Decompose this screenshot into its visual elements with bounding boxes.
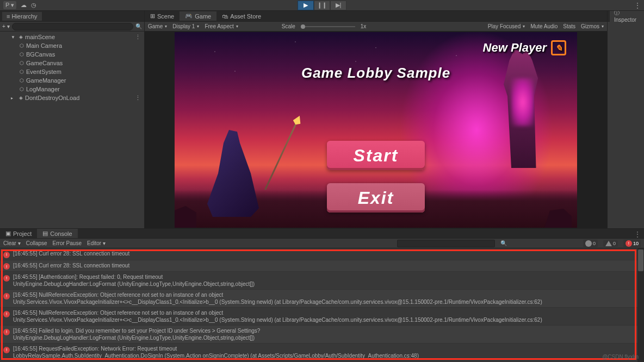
new-player-label: New Player ✎	[483, 40, 566, 55]
console-entry[interactable]: ![16:45:55] NullReferenceException: Obje…	[0, 308, 644, 326]
cube-icon: ⬡	[18, 68, 25, 75]
start-button[interactable]: Start	[327, 141, 425, 170]
edit-icon[interactable]: ✎	[551, 40, 566, 55]
info-filter[interactable]: 0	[583, 240, 598, 247]
cube-icon: ⬡	[18, 60, 25, 66]
editor-dropdown[interactable]: Editor ▾	[87, 240, 106, 246]
hierarchy-create[interactable]: + ▾	[2, 23, 10, 29]
step-button[interactable]: ▶|	[330, 1, 346, 10]
mute-audio-toggle[interactable]: Mute Audio	[530, 23, 558, 29]
gameobject-gamemanager[interactable]: ⬡GameManager	[0, 76, 144, 85]
tab-console[interactable]: ▤Console	[37, 229, 77, 238]
collapse-toggle[interactable]: Collapse	[26, 240, 47, 246]
console-toolbar: Clear ▾ Collapse Error Pause Editor ▾ 🔍 …	[0, 239, 644, 248]
display-dropdown[interactable]: Display 1	[172, 23, 199, 29]
hierarchy-panel: ≡ Hierarchy ⋮ + ▾ 🔍 ▼◈mainScene⋮ ⬡Main C…	[0, 11, 145, 228]
cloud-icon[interactable]: ☁	[21, 2, 27, 9]
console-body: ![16:45:55] Curl error 28: SSL connectio…	[0, 248, 644, 362]
error-icon: !	[3, 311, 10, 317]
bottom-panel: ▣Project ▤Console ⋮ Clear ▾ Collapse Err…	[0, 228, 644, 362]
search-icon: 🔍	[500, 240, 507, 246]
gameobject-logmanager[interactable]: ⬡LogManager	[0, 85, 144, 93]
console-entry[interactable]: ![16:45:55] [Authentication]: Request fa…	[0, 272, 644, 290]
error-icon: !	[3, 263, 10, 270]
console-icon: ▤	[42, 230, 48, 237]
aspect-dropdown[interactable]: Free Aspect	[205, 23, 238, 29]
history-icon[interactable]: ◷	[31, 2, 36, 9]
account-menu[interactable]: P ▾	[3, 1, 16, 9]
scrollbar[interactable]	[637, 248, 644, 362]
scene-menu-icon[interactable]: ⋮	[135, 34, 141, 41]
watermark: @CSDN flyxlm	[602, 354, 639, 360]
error-pause-toggle[interactable]: Error Pause	[53, 240, 82, 246]
stats-toggle[interactable]: Stats	[563, 23, 575, 29]
scale-label: Scale	[282, 23, 295, 29]
error-icon: !	[3, 252, 10, 258]
game-icon: 🎮	[185, 13, 193, 20]
warn-filter[interactable]: 0	[603, 240, 618, 247]
scale-value: 1x	[361, 23, 367, 29]
game-mode-dropdown[interactable]: Game	[148, 23, 167, 29]
tower	[496, 48, 550, 190]
character	[202, 108, 278, 217]
unity-icon: ◈	[17, 34, 24, 40]
game-canvas: Game Lobby Sample New Player ✎ Start Exi…	[175, 32, 577, 228]
folder-icon: ▣	[5, 230, 11, 237]
cube-icon: ⬡	[18, 86, 25, 92]
search-icon: 🔍	[135, 23, 142, 29]
console-entry[interactable]: ![16:45:55] Curl error 28: SSL connectio…	[0, 248, 644, 260]
cube-icon: ⬡	[18, 51, 25, 58]
tab-game[interactable]: 🎮Game	[179, 11, 216, 21]
play-focused-dropdown[interactable]: Play Focused	[488, 23, 525, 29]
scale-slider[interactable]	[301, 26, 355, 27]
tab-scene[interactable]: ⊞Scene	[145, 11, 179, 21]
game-view: Game Lobby Sample New Player ✎ Start Exi…	[145, 32, 607, 228]
play-controls: ▶ ❙❙ ▶|	[298, 1, 346, 10]
console-entry[interactable]: ![16:45:55] Failed to login. Did you rem…	[0, 326, 644, 344]
error-icon: !	[626, 240, 632, 247]
gameobject-gamecanvas[interactable]: ⬡GameCanvas	[0, 59, 144, 67]
cube-icon: ⬡	[18, 77, 25, 84]
info-icon	[585, 240, 592, 247]
hierarchy-tab[interactable]: ≡ Hierarchy	[2, 12, 42, 21]
gameobject-main-camera[interactable]: ⬡Main Camera	[0, 41, 144, 50]
error-icon: !	[3, 329, 10, 335]
main-toolbar: P ▾ ☁ ◷ ▶ ❙❙ ▶|	[0, 0, 644, 11]
error-icon: !	[3, 293, 10, 299]
console-search[interactable]	[397, 240, 495, 247]
play-button[interactable]: ▶	[298, 1, 314, 10]
error-icon: !	[3, 275, 10, 282]
pause-button[interactable]: ❙❙	[314, 1, 330, 10]
unity-icon: ◈	[17, 95, 24, 101]
store-icon: 🛍	[222, 13, 228, 20]
scene-menu-icon[interactable]: ⋮	[135, 95, 141, 102]
console-entry[interactable]: ![16:45:55] Curl error 28: SSL connectio…	[0, 260, 644, 272]
gizmos-dropdown[interactable]: Gizmos	[581, 23, 604, 29]
center-menu-icon[interactable]: ⋮	[634, 2, 641, 9]
scene-dontdestroy[interactable]: ▸◈DontDestroyOnLoad⋮	[0, 93, 144, 102]
cube-icon: ⬡	[18, 42, 25, 49]
exit-button[interactable]: Exit	[327, 183, 425, 213]
main-row: ≡ Hierarchy ⋮ + ▾ 🔍 ▼◈mainScene⋮ ⬡Main C…	[0, 11, 644, 228]
scene-mainscene[interactable]: ▼◈mainScene⋮	[0, 33, 144, 41]
tab-project[interactable]: ▣Project	[0, 229, 37, 238]
warn-icon	[605, 241, 612, 246]
clear-button[interactable]: Clear ▾	[3, 240, 21, 246]
scrollbar-thumb[interactable]	[638, 249, 643, 271]
error-icon: !	[3, 347, 10, 353]
hierarchy-search[interactable]	[12, 23, 133, 30]
game-toolbar: Game Display 1 Free Aspect Scale 1x Play…	[145, 22, 607, 32]
hierarchy-tree: ▼◈mainScene⋮ ⬡Main Camera ⬡BGCanvas ⬡Gam…	[0, 32, 144, 103]
gameobject-eventsystem[interactable]: ⬡EventSystem	[0, 67, 144, 76]
center-area: ⊞Scene 🎮Game 🛍Asset Store ⋮ Game Display…	[145, 11, 607, 228]
scene-icon: ⊞	[150, 13, 155, 20]
bottom-menu-icon[interactable]: ⋮	[634, 230, 641, 238]
tab-asset-store[interactable]: 🛍Asset Store	[216, 12, 267, 21]
console-entry[interactable]: ![16:45:55] RequestFailedException: Netw…	[0, 344, 644, 361]
inspector-panel: ⓘ Inspector	[607, 11, 644, 228]
console-entry[interactable]: ![16:45:55] NullReferenceException: Obje…	[0, 290, 644, 308]
gameobject-bgcanvas[interactable]: ⬡BGCanvas	[0, 50, 144, 59]
game-title: Game Lobby Sample	[301, 65, 450, 82]
error-filter[interactable]: !10	[623, 240, 641, 247]
